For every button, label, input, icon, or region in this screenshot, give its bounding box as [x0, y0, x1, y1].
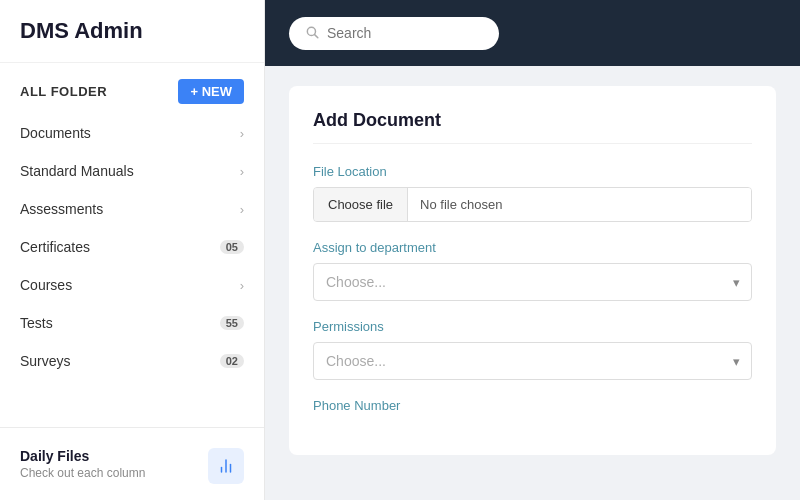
- sidebar-item-label: Assessments: [20, 201, 103, 217]
- sidebar-item-label: Courses: [20, 277, 72, 293]
- file-location-label: File Location: [313, 164, 752, 179]
- sidebar-item-label: Tests: [20, 315, 53, 331]
- chevron-right-icon: ›: [240, 202, 244, 217]
- tests-badge: 55: [220, 316, 244, 330]
- sidebar-item-assessments[interactable]: Assessments ›: [0, 190, 264, 228]
- sidebar-item-courses[interactable]: Courses ›: [0, 266, 264, 304]
- chevron-right-icon: ›: [240, 278, 244, 293]
- chevron-right-icon: ›: [240, 126, 244, 141]
- file-chosen-text: No file chosen: [408, 188, 751, 221]
- file-input-row: Choose file No file chosen: [313, 187, 752, 222]
- permissions-wrapper: Choose... ▾: [313, 342, 752, 380]
- daily-files-title: Daily Files: [20, 448, 198, 464]
- sidebar-divider: [0, 427, 264, 428]
- header: [265, 0, 800, 66]
- choose-file-button[interactable]: Choose file: [314, 188, 408, 221]
- main-area: Add Document File Location Choose file N…: [265, 0, 800, 500]
- app-logo: DMS Admin: [0, 0, 264, 63]
- daily-files-section: Daily Files Check out each column: [0, 436, 264, 500]
- sidebar-item-certificates[interactable]: Certificates 05: [0, 228, 264, 266]
- sidebar-item-label: Certificates: [20, 239, 90, 255]
- assign-dept-group: Assign to department Choose... ▾: [313, 240, 752, 301]
- certificates-badge: 05: [220, 240, 244, 254]
- sidebar-item-tests[interactable]: Tests 55: [0, 304, 264, 342]
- assign-dept-select[interactable]: Choose...: [313, 263, 752, 301]
- sidebar-item-surveys[interactable]: Surveys 02: [0, 342, 264, 380]
- folder-header: ALL FOLDER + NEW: [0, 63, 264, 114]
- phone-number-group: Phone Number: [313, 398, 752, 413]
- permissions-label: Permissions: [313, 319, 752, 334]
- chevron-right-icon: ›: [240, 164, 244, 179]
- add-document-card: Add Document File Location Choose file N…: [289, 86, 776, 455]
- sidebar-item-standard-manuals[interactable]: Standard Manuals ›: [0, 152, 264, 190]
- search-input[interactable]: [327, 25, 483, 41]
- content-area: Add Document File Location Choose file N…: [265, 66, 800, 500]
- permissions-select[interactable]: Choose...: [313, 342, 752, 380]
- daily-files-icon: [208, 448, 244, 484]
- sidebar-nav: Documents › Standard Manuals › Assessmen…: [0, 114, 264, 419]
- sidebar-item-label: Standard Manuals: [20, 163, 134, 179]
- sidebar-item-documents[interactable]: Documents ›: [0, 114, 264, 152]
- assign-dept-label: Assign to department: [313, 240, 752, 255]
- phone-number-label: Phone Number: [313, 398, 752, 413]
- permissions-group: Permissions Choose... ▾: [313, 319, 752, 380]
- card-title: Add Document: [313, 110, 752, 144]
- daily-files-subtitle: Check out each column: [20, 466, 198, 480]
- file-location-group: File Location Choose file No file chosen: [313, 164, 752, 222]
- sidebar: DMS Admin ALL FOLDER + NEW Documents › S…: [0, 0, 265, 500]
- surveys-badge: 02: [220, 354, 244, 368]
- folder-title: ALL FOLDER: [20, 84, 107, 99]
- new-button[interactable]: + NEW: [178, 79, 244, 104]
- sidebar-item-label: Surveys: [20, 353, 71, 369]
- search-icon: [305, 25, 319, 42]
- sidebar-item-label: Documents: [20, 125, 91, 141]
- svg-line-4: [315, 34, 318, 37]
- search-box: [289, 17, 499, 50]
- assign-dept-wrapper: Choose... ▾: [313, 263, 752, 301]
